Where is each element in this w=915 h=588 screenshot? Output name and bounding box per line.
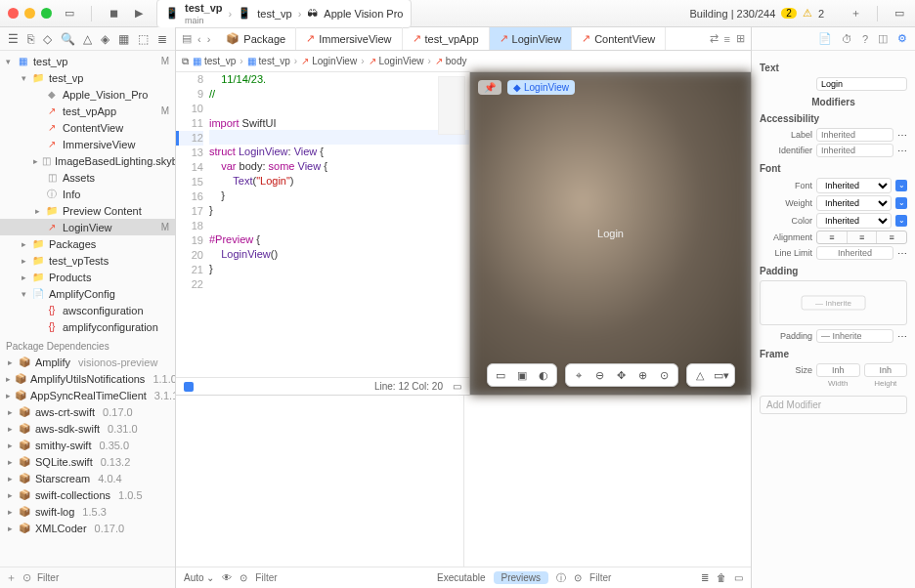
help-icon[interactable]: ? — [862, 33, 868, 45]
sidebar-toggle-icon[interactable]: ▭ — [62, 6, 77, 21]
live-icon[interactable]: ▭ — [491, 367, 510, 383]
tree-item[interactable]: ↗ContentView — [0, 119, 175, 136]
file-inspector-icon[interactable]: 📄 — [818, 32, 832, 45]
line-limit-input[interactable] — [816, 246, 893, 260]
filter-scope-icon[interactable]: ⊙ — [22, 571, 31, 584]
console-filter[interactable] — [589, 572, 668, 583]
zoom-in-icon[interactable]: ⊕ — [633, 367, 653, 383]
source-control-icon[interactable]: ⎘ — [27, 32, 34, 46]
variants-icon[interactable]: ◐ — [534, 367, 553, 383]
add-icon[interactable]: ＋ — [848, 6, 863, 21]
text-value-input[interactable] — [816, 77, 907, 91]
alignment-segmented[interactable]: ≡≡≡ — [816, 231, 907, 244]
minimize-icon[interactable] — [24, 8, 35, 19]
zoom-out-icon[interactable]: ⊖ — [590, 367, 610, 383]
tree-item[interactable]: ▸📁Preview Content — [0, 202, 175, 219]
variables-scope[interactable]: Auto ⌄ — [184, 572, 214, 583]
history-icon[interactable]: ⏱ — [842, 33, 852, 45]
color-popup-icon[interactable]: ⌄ — [895, 215, 907, 227]
close-icon[interactable] — [8, 8, 19, 19]
test-icon[interactable]: ◈ — [101, 32, 109, 46]
color-select[interactable]: Inherited — [816, 213, 892, 229]
project-nav-icon[interactable]: ☰ — [8, 32, 19, 46]
recent-icon[interactable]: ⧉ — [182, 56, 189, 67]
breadcrumb[interactable]: ▦ test_vp — [193, 56, 236, 66]
package-item[interactable]: ▸📦swift-log 1.5.3 — [0, 503, 175, 520]
tabs-toggle-icon[interactable]: ▤ — [182, 32, 192, 45]
padding-diagram[interactable]: — Inherite — [760, 280, 907, 325]
package-item[interactable]: ▸📦SQLite.swift 0.13.2 — [0, 453, 175, 470]
editor-layout-icon[interactable]: ▭ — [453, 381, 461, 392]
jump-bar[interactable]: ⧉ ▦ test_vp›▦ test_vp›↗ LoginView›↗ Logi… — [176, 51, 751, 72]
console-previews[interactable]: Previews — [494, 571, 549, 584]
height-input[interactable] — [864, 363, 908, 377]
package-item[interactable]: ▸📦XMLCoder 0.17.0 — [0, 520, 175, 536]
related-items-icon[interactable]: ⇄ — [710, 32, 719, 45]
selectable-icon[interactable]: ▣ — [512, 367, 532, 383]
tree-item[interactable]: ▸◫ImageBasedLighting.skybox — [0, 152, 175, 169]
pan-icon[interactable]: ✥ — [612, 367, 632, 383]
add-modifier-input[interactable]: Add Modifier — [760, 396, 907, 414]
zoom-fit-icon[interactable]: ⊙ — [655, 367, 675, 383]
acc-label-input[interactable] — [816, 128, 893, 142]
package-item[interactable]: ▸📦Amplify visionos-preview — [0, 354, 175, 370]
package-item[interactable]: ▸📦smithy-swift 0.35.0 — [0, 437, 175, 453]
breakpoint-icon[interactable]: ⬚ — [138, 32, 149, 46]
breadcrumb[interactable]: ↗ body — [435, 56, 467, 66]
package-item[interactable]: ▸📦AmplifyUtilsNotifications 1.1.0 — [0, 370, 175, 387]
bookmark-icon[interactable]: ◇ — [43, 32, 52, 46]
console-filter-icon[interactable]: ⊙ — [574, 572, 582, 583]
pin-icon[interactable]: 📌 — [478, 80, 501, 95]
font-popup-icon[interactable]: ⌄ — [895, 180, 907, 191]
acc-label-more-icon[interactable]: ⋯ — [897, 130, 907, 141]
tree-item[interactable]: {}amplifyconfiguration — [0, 318, 175, 335]
scheme-selector[interactable]: 📱 test_vp main › 📱 test_vp › 🕶 Apple Vis… — [156, 0, 412, 28]
tree-item[interactable]: ↗test_vpAppM — [0, 103, 175, 119]
editor-options-icon[interactable]: ≡ — [724, 33, 730, 45]
package-item[interactable]: ▸📦Starscream 4.0.4 — [0, 470, 175, 486]
maximize-icon[interactable] — [41, 8, 52, 19]
clear-icon[interactable]: 🗑 — [717, 572, 726, 583]
tree-item[interactable]: ▸📁Products — [0, 269, 175, 285]
back-icon[interactable]: ‹ — [197, 33, 201, 45]
split-icon[interactable]: ⊞ — [736, 32, 745, 45]
tree-item[interactable]: {}awsconfiguration — [0, 302, 175, 318]
breadcrumb[interactable]: ▦ test_vp — [247, 56, 290, 66]
report-icon[interactable]: ≣ — [157, 32, 167, 46]
width-input[interactable] — [816, 363, 860, 377]
acc-ident-input[interactable] — [816, 144, 893, 157]
editor-tab[interactable]: 📦Package — [216, 27, 296, 50]
variables-filter[interactable] — [255, 572, 333, 583]
font-select[interactable]: Inherited — [816, 178, 892, 193]
cursor-icon[interactable]: ⌖ — [569, 367, 588, 383]
add-file-icon[interactable]: ＋ — [6, 570, 17, 585]
tree-item[interactable]: ↗LoginViewM — [0, 219, 175, 235]
padding-more-icon[interactable]: ⋯ — [897, 331, 907, 342]
console-info-icon[interactable]: ⓘ — [556, 571, 566, 585]
console-executable[interactable]: Executable — [437, 572, 485, 583]
metadata-icon[interactable]: ≣ — [701, 572, 709, 583]
issue-icon[interactable]: △ — [83, 32, 92, 46]
stop-icon[interactable]: ◼ — [106, 6, 121, 21]
library-icon[interactable]: ▭ — [892, 6, 907, 21]
tree-item[interactable]: ▾📁test_vp — [0, 69, 175, 86]
debug-nav-icon[interactable]: ▦ — [118, 32, 129, 46]
build-status[interactable]: Building | 230/244 2 ⚠ 2 — [689, 7, 824, 20]
forward-icon[interactable]: › — [207, 33, 211, 45]
code-editor[interactable]: 8910111213141516171819202122 11/14/23.//… — [176, 72, 469, 395]
split-console-icon[interactable]: ▭ — [734, 572, 743, 583]
project-root[interactable]: test_vp — [33, 56, 67, 67]
editor-tab[interactable]: ↗ImmersiveView — [296, 27, 402, 50]
weight-popup-icon[interactable]: ⌄ — [895, 197, 907, 209]
weight-select[interactable]: Inherited — [816, 195, 892, 211]
tree-item[interactable]: ◫Assets — [0, 169, 175, 186]
package-item[interactable]: ▸📦aws-crt-swift 0.17.0 — [0, 403, 175, 420]
breadcrumb[interactable]: ↗ LoginView — [369, 56, 424, 66]
run-icon[interactable]: ▶ — [131, 6, 147, 21]
attributes-icon[interactable]: ⚙ — [897, 32, 907, 45]
acc-ident-more-icon[interactable]: ⋯ — [897, 146, 907, 156]
package-item[interactable]: ▸📦swift-collections 1.0.5 — [0, 486, 175, 503]
filter-icon[interactable]: ⊙ — [240, 572, 247, 583]
identity-icon[interactable]: ◫ — [878, 32, 888, 45]
tree-item[interactable]: ⓘInfo — [0, 186, 175, 202]
